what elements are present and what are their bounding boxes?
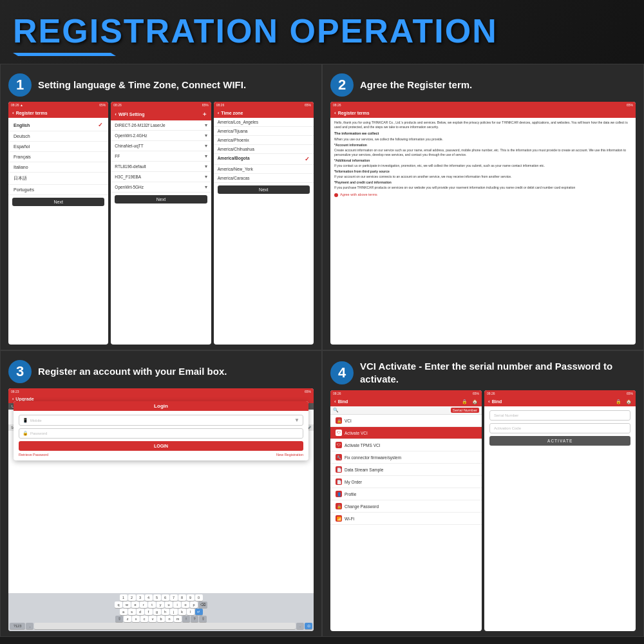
kb-comma[interactable]: , — [26, 623, 33, 629]
kb-o[interactable]: o — [182, 601, 189, 608]
wifi-item-4[interactable]: RTL8196-default ▾ — [111, 162, 211, 172]
kb-3[interactable]: 3 — [137, 594, 144, 601]
kb-space[interactable] — [34, 623, 296, 629]
wifi-item-2[interactable]: ChinaNet-uqTT ▾ — [111, 141, 211, 151]
bind-item-wifi[interactable]: 📶 Wi-Fi — [330, 513, 482, 525]
kb-t[interactable]: t — [148, 601, 156, 608]
activate-button[interactable]: ACTIVATE — [489, 436, 630, 446]
kb-w[interactable]: w — [123, 601, 131, 608]
back-chevron[interactable]: ‹ — [12, 110, 14, 116]
kb-i[interactable]: i — [173, 601, 181, 608]
terms-back-chevron[interactable]: ‹ — [334, 110, 336, 116]
kb-shift[interactable]: ⇧ — [115, 616, 123, 622]
wifi-next-button[interactable]: Next — [115, 195, 207, 204]
kb-9[interactable]: 9 — [187, 594, 194, 601]
kb-enter[interactable]: ↵ — [195, 609, 203, 615]
kb-s[interactable]: s — [128, 609, 136, 615]
bind-item-vci[interactable]: 🔒 VCI — [330, 415, 482, 427]
tz-item-3[interactable]: America/Chihuahua — [214, 145, 314, 154]
serial-number-field[interactable]: Serial Number — [489, 410, 630, 421]
lang-item-portugues[interactable]: Português — [8, 185, 108, 195]
tz-item-0[interactable]: America/Los_Angeles — [214, 118, 314, 127]
kb-n[interactable]: n — [166, 616, 173, 622]
login-button[interactable]: LOGIN — [19, 441, 303, 451]
wifi-item-5[interactable]: H3C_F19EBA ▾ — [111, 172, 211, 182]
kb-0[interactable]: 0 — [195, 594, 203, 601]
activation-back-chevron[interactable]: ‹ — [488, 399, 490, 404]
bind-item-profile[interactable]: 👤 Profile — [330, 488, 482, 500]
wifi-item-3[interactable]: FF ▾ — [111, 151, 211, 162]
kb-4[interactable]: 4 — [145, 594, 153, 601]
kb-z[interactable]: z — [124, 616, 131, 622]
kb-question[interactable]: ? — [191, 616, 198, 622]
dropdown-arrow[interactable]: ▼ — [294, 417, 299, 423]
lang-item-deutsch[interactable]: Deutsch — [8, 131, 108, 142]
tz-item-1[interactable]: America/Tijuana — [214, 127, 314, 136]
kb-h[interactable]: h — [162, 609, 169, 615]
kb-exclaim[interactable]: ! — [182, 616, 190, 622]
activation-code-field[interactable]: Activation Code — [489, 423, 630, 433]
kb-5[interactable]: 5 — [153, 594, 161, 601]
wifi-back-chevron[interactable]: ‹ — [115, 111, 117, 117]
tz-item-6[interactable]: America/Caracas — [214, 174, 314, 183]
bind-home-icon[interactable]: 🏠 — [472, 399, 478, 404]
bind-back-chevron[interactable]: ‹ — [334, 399, 336, 404]
tz-next-button[interactable]: Next — [218, 185, 310, 194]
lang-item-english[interactable]: English ✓ — [8, 119, 108, 131]
kb-1[interactable]: 1 — [120, 594, 128, 601]
wifi-add-icon[interactable]: ＋ — [202, 110, 207, 118]
kb-7[interactable]: 7 — [170, 594, 178, 601]
lang-item-italiano[interactable]: Italiano — [8, 162, 108, 173]
bind-item-password[interactable]: 🔒 Change Password — [330, 500, 482, 513]
retrieve-password-link[interactable]: Retrieve Password — [19, 453, 48, 457]
tz-item-5[interactable]: America/New_York — [214, 165, 314, 174]
kb-go[interactable]: ⊙ — [305, 623, 312, 629]
lang-item-japanese[interactable]: 日本語 — [8, 173, 108, 185]
kb-2[interactable]: 2 — [128, 594, 136, 601]
kb-l[interactable]: l — [187, 609, 194, 615]
new-registration-link[interactable]: New Registration — [276, 453, 303, 457]
bind-item-activate-vci[interactable]: 🛡 Activate VCI — [330, 427, 482, 439]
upgrade-back-chevron[interactable]: ‹ — [12, 397, 14, 401]
wifi-item-6[interactable]: OpenWrt-5GHz ▾ — [111, 182, 211, 193]
kb-q[interactable]: q — [115, 601, 122, 608]
kb-g[interactable]: g — [153, 609, 161, 615]
kb-123[interactable]: ?123 — [10, 623, 25, 629]
kb-f[interactable]: f — [145, 609, 153, 615]
kb-u[interactable]: u — [165, 601, 173, 608]
kb-e[interactable]: e — [131, 601, 139, 608]
kb-8[interactable]: 8 — [178, 594, 186, 601]
kb-r[interactable]: r — [140, 601, 147, 608]
kb-y[interactable]: y — [156, 601, 164, 608]
bind-item-fix[interactable]: 🔧 Fix connector firmware/system — [330, 451, 482, 464]
kb-v[interactable]: v — [149, 616, 156, 622]
lang-next-button[interactable]: Next — [12, 198, 104, 206]
tz-item-selected[interactable]: America/Bogota ✓ — [214, 154, 314, 165]
bind-item-order[interactable]: 📄 My Order — [330, 476, 482, 488]
bind-item-tpms[interactable]: 🛡 Activate TPMS VCI — [330, 439, 482, 451]
kb-b[interactable]: b — [157, 616, 165, 622]
tz-back-chevron[interactable]: ‹ — [218, 110, 220, 116]
kb-p[interactable]: p — [190, 601, 198, 608]
tz-item-2[interactable]: America/Phoenix — [214, 136, 314, 145]
activation-home-icon[interactable]: 🏠 — [626, 399, 632, 404]
kb-x[interactable]: x — [132, 616, 140, 622]
password-input[interactable]: 🔒 Password — [19, 428, 303, 439]
kb-shift-r[interactable]: ⇧ — [199, 616, 207, 622]
lang-item-espanol[interactable]: Español — [8, 142, 108, 152]
kb-m[interactable]: m — [174, 616, 182, 622]
kb-backspace[interactable]: ⌫ — [198, 601, 207, 608]
kb-j[interactable]: j — [170, 609, 178, 615]
kb-period[interactable]: . — [296, 623, 304, 629]
kb-a[interactable]: a — [120, 609, 128, 615]
bind-item-data[interactable]: 📄 Data Stream Sample — [330, 464, 482, 476]
kb-k[interactable]: k — [178, 609, 186, 615]
wifi-item-1[interactable]: OpenWrt-2.4GHz ▾ — [111, 131, 211, 141]
lang-item-francais[interactable]: Français — [8, 152, 108, 162]
kb-d[interactable]: d — [137, 609, 144, 615]
wifi-item-0[interactable]: DIRECT-26-M132f LaserJe ▾ — [111, 120, 211, 131]
kb-c[interactable]: c — [140, 616, 148, 622]
terms-agree-row[interactable]: Agree with above terms — [334, 193, 632, 198]
mobile-input[interactable]: 📱 Mobile ▼ — [19, 415, 303, 426]
kb-6[interactable]: 6 — [162, 594, 169, 601]
